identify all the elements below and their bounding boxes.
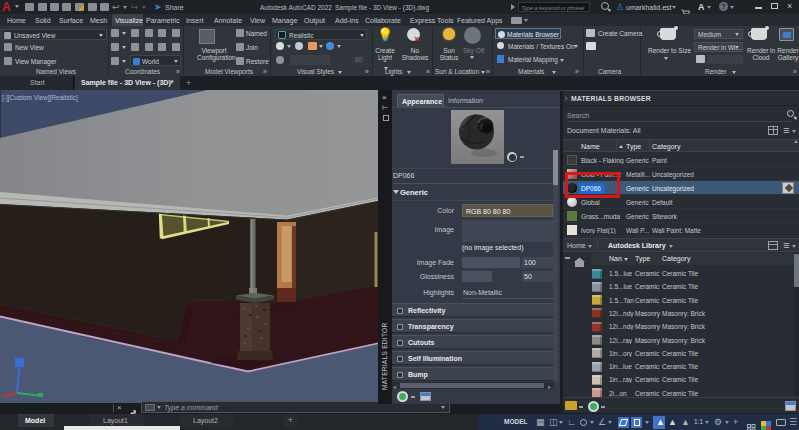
svg-text:[-][Custom View][Realistic]: [-][Custom View][Realistic]	[2, 94, 78, 102]
